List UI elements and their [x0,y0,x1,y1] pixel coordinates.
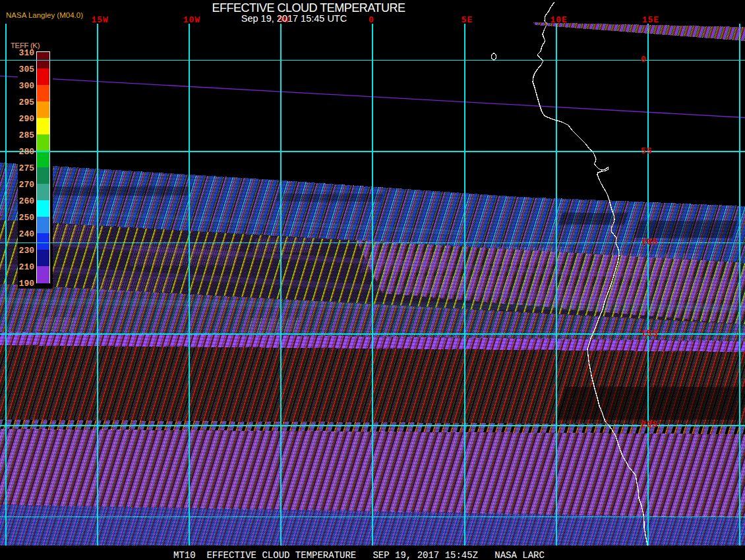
svg-text:15W: 15W [91,15,108,25]
svg-text:10E: 10E [550,15,567,25]
svg-text:15S: 15S [641,329,658,339]
svg-text:290: 290 [19,114,35,124]
svg-text:10W: 10W [183,15,200,25]
svg-text:0: 0 [369,15,374,25]
svg-text:20S: 20S [641,420,658,430]
svg-text:300: 300 [19,81,35,91]
svg-text:270: 270 [19,180,35,190]
svg-text:305: 305 [19,65,35,74]
svg-text:Sep 19, 2017 15:45 UTC: Sep 19, 2017 15:45 UTC [241,13,347,24]
svg-text:10S: 10S [641,237,658,247]
svg-text:275: 275 [19,163,35,173]
svg-text:210: 210 [19,262,35,272]
svg-text:240: 240 [19,229,35,239]
svg-text:280: 280 [19,147,35,157]
svg-text:295: 295 [19,98,35,107]
svg-text:260: 260 [19,196,35,206]
svg-text:285: 285 [19,130,35,140]
svg-text:15E: 15E [642,15,659,25]
svg-text:EFFECTIVE CLOUD TEMPERATURE: EFFECTIVE CLOUD TEMPERATURE [212,1,405,14]
svg-text:250: 250 [19,213,35,223]
svg-text:230: 230 [19,246,35,256]
svg-text:MT10 EFFECTIVE CLOUD TEMPERAT: MT10 EFFECTIVE CLOUD TEMPERATURE SEP 19,… [173,550,545,560]
svg-text:5E: 5E [462,15,473,25]
svg-text:5S: 5S [641,146,653,156]
svg-text:TEFF (K): TEFF (K) [11,42,40,49]
svg-text:NASA Langley (M04.0): NASA Langley (M04.0) [6,11,83,19]
svg-text:190: 190 [19,279,35,289]
svg-text:0: 0 [641,55,647,65]
